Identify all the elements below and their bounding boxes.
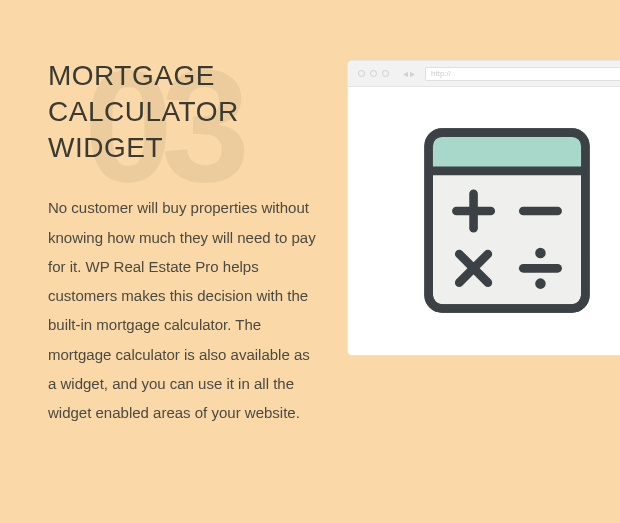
url-bar: http://: [425, 67, 620, 81]
window-dot: [382, 70, 389, 77]
feature-text-block: 03 MORTGAGE CALCULATOR WIDGET No custome…: [48, 58, 318, 427]
svg-point-10: [535, 248, 546, 259]
svg-rect-1: [429, 133, 586, 171]
feature-heading: MORTGAGE CALCULATOR WIDGET: [48, 58, 318, 165]
window-dot: [358, 70, 365, 77]
browser-mockup: ◂▸ http://: [347, 60, 620, 356]
nav-arrows-icon: ◂▸: [403, 68, 417, 79]
svg-point-11: [535, 279, 546, 290]
browser-viewport: [348, 87, 620, 355]
feature-description: No customer will buy properties without …: [48, 193, 318, 427]
calculator-icon: [421, 125, 593, 316]
browser-chrome: ◂▸ http://: [348, 61, 620, 87]
window-dot: [370, 70, 377, 77]
window-controls: [358, 70, 389, 77]
